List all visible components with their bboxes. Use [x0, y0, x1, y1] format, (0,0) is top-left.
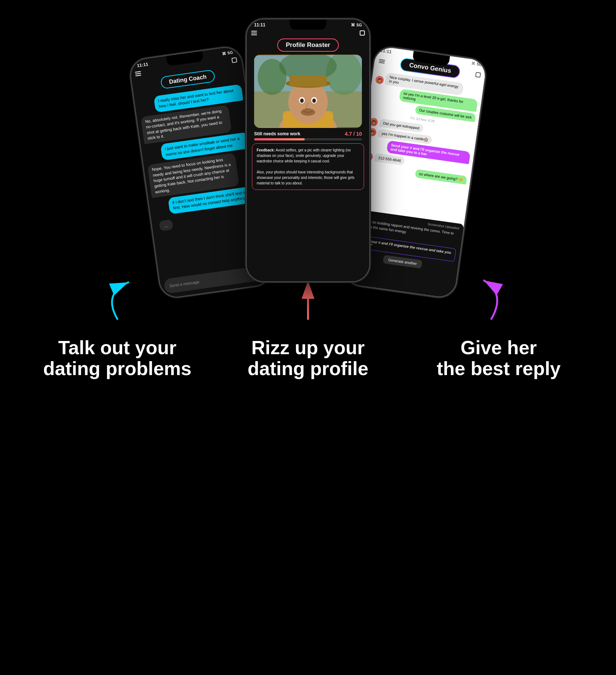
pr-screen: 11:11 ⌘ 5G Profile Roaster: [247, 19, 369, 281]
time-left: 11:11: [137, 62, 148, 68]
pr-feedback-text: Feedback: Avoid selfies, get a pic with …: [257, 147, 359, 164]
cg-messages: 👩 Nice cosplay. I sense powerful egirl e…: [359, 68, 484, 189]
svg-point-13: [312, 99, 316, 103]
tagline-left: Talk out your dating problems: [22, 337, 213, 379]
cg-bubble-6: 212-555-8646: [374, 153, 405, 165]
menu-icon[interactable]: [135, 71, 142, 76]
wifi-icon-r: ⌘: [471, 61, 476, 66]
wifi-icon-c: ⌘: [351, 23, 355, 27]
time-center: 11:11: [254, 22, 265, 27]
pr-score-row: Still needs some work 4.7 / 10: [247, 128, 369, 138]
tagline-center: Rizz up your dating profile: [213, 337, 403, 379]
tagline-right-line2: the best reply: [437, 358, 561, 379]
tagline-left-line1: Talk out your: [58, 337, 177, 358]
pr-feedback-box: Feedback: Avoid selfies, get a pic with …: [252, 143, 364, 190]
expand-icon-left[interactable]: [231, 57, 237, 63]
dc-typing-dots: ...: [159, 219, 173, 231]
pr-progress-bar: [254, 138, 362, 140]
tagline-left-h2: Talk out your dating problems: [22, 337, 213, 379]
dc-messages: I really miss her and want to text her a…: [134, 81, 261, 219]
expand-icon-center[interactable]: [360, 30, 365, 36]
phone-notch-center: [290, 19, 326, 30]
dc-input-placeholder[interactable]: Send a message: [169, 279, 199, 288]
arrows-svg: [0, 279, 616, 323]
phones-row: 11:11 ⌘ 5G Dating Coach: [0, 22, 616, 286]
signal-icon: 5G: [227, 50, 233, 55]
svg-rect-9: [289, 75, 327, 87]
pr-score-value: 4.7 / 10: [345, 131, 362, 137]
bottom-text-row: Talk out your dating problems Rizz up yo…: [0, 337, 616, 379]
time-right: 11:11: [380, 48, 392, 54]
signal-icon-r: 5G: [476, 62, 482, 67]
menu-icon-c[interactable]: [251, 31, 257, 35]
pr-photo: [254, 55, 362, 128]
tagline-center-line1: Rizz up your: [251, 337, 364, 358]
wifi-icon: ⌘: [222, 51, 227, 56]
status-icons-center: ⌘ 5G: [351, 23, 362, 27]
status-icons-right: ⌘ 5G: [471, 61, 483, 67]
signal-icon-c: 5G: [356, 23, 362, 27]
cg-avatar-2: 👩: [369, 117, 378, 126]
expand-icon-right[interactable]: [475, 72, 481, 78]
svg-point-12: [300, 99, 304, 103]
pr-header: Profile Roaster: [247, 36, 369, 55]
pr-score-label: Still needs some work: [254, 131, 300, 136]
pr-topbar: [247, 29, 369, 36]
phone-center: 11:11 ⌘ 5G Profile Roaster: [246, 18, 370, 282]
profile-photo-svg: [254, 55, 362, 128]
pr-title: Profile Roaster: [277, 38, 339, 52]
status-icons-left: ⌘ 5G: [222, 50, 233, 56]
cg-avatar-1: 👩: [375, 75, 384, 84]
pr-feedback-text2: Also, your photos should have interestin…: [257, 169, 359, 186]
menu-icon-r[interactable]: [379, 59, 385, 63]
arrows-overlay: [0, 279, 616, 323]
tagline-center-line2: dating profile: [247, 358, 368, 379]
tagline-right-h2: Give her the best reply: [403, 337, 594, 379]
svg-point-14: [301, 109, 315, 116]
tagline-left-line2: dating problems: [43, 358, 191, 379]
cg-generate-button[interactable]: Generate another: [383, 255, 423, 269]
pr-progress-fill: [254, 138, 305, 140]
scene: 11:11 ⌘ 5G Dating Coach: [0, 0, 616, 675]
tagline-center-h2: Rizz up your dating profile: [213, 337, 403, 379]
tagline-right-line1: Give her: [461, 337, 537, 358]
tagline-right: Give her the best reply: [403, 337, 594, 379]
